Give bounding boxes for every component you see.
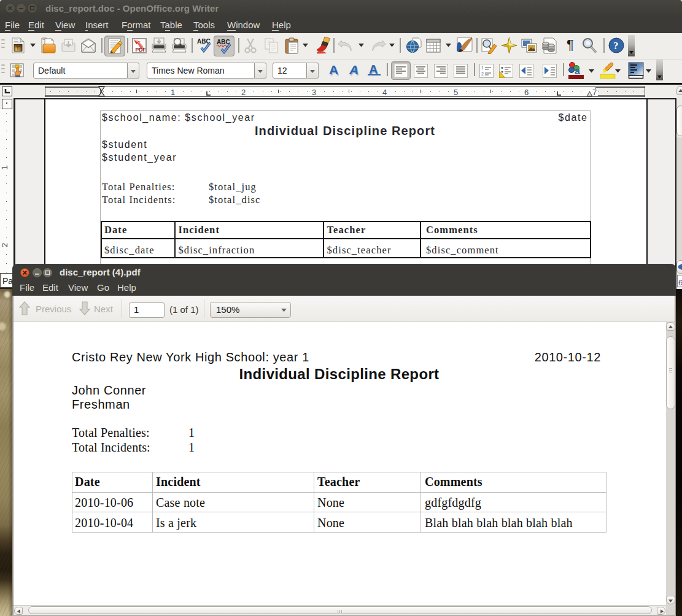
svg-text:a: a xyxy=(575,66,580,76)
svg-text:ABC: ABC xyxy=(217,39,230,45)
svg-text:?: ? xyxy=(613,40,619,52)
svg-text:2: 2 xyxy=(481,72,484,76)
svg-text:PDF: PDF xyxy=(136,47,146,53)
svg-text:1: 1 xyxy=(481,66,484,70)
